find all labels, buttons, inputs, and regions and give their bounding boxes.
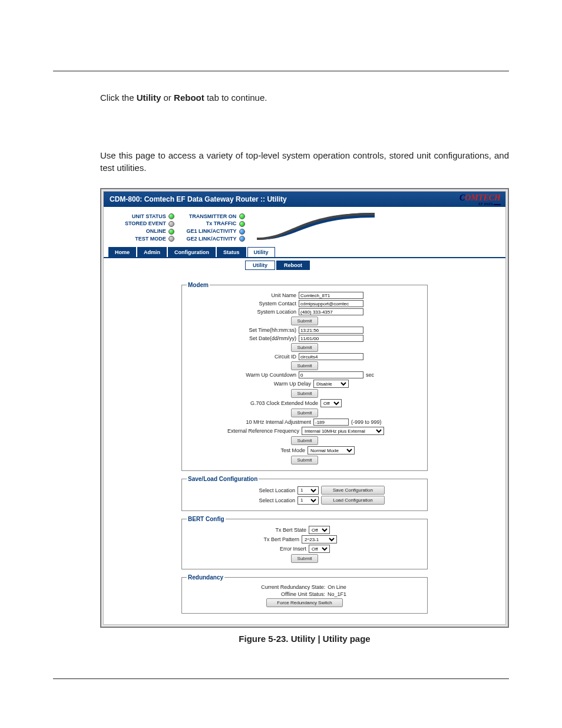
ge1-label: GE1 LINK/ACTIVITY	[186, 228, 236, 234]
set-time-input[interactable]	[299, 327, 363, 334]
tab-home[interactable]: Home	[108, 247, 136, 257]
bert-pattern-label: Tx Bert Pattern	[217, 536, 299, 542]
text: or	[161, 93, 174, 103]
header-rule	[53, 71, 509, 71]
led-icon	[168, 229, 174, 235]
warmup-delay-select[interactable]: Disable	[313, 380, 349, 388]
submit-button[interactable]: Submit	[291, 554, 319, 563]
submit-button[interactable]: Submit	[291, 409, 319, 417]
saveload-fieldset: Save/Load Configuration Select Location …	[181, 476, 428, 511]
text: Click the	[100, 93, 137, 103]
tab-status[interactable]: Status	[217, 247, 246, 257]
test-mode-select[interactable]: Normal Mode	[308, 446, 355, 454]
saveload-legend: Save/Load Configuration	[187, 476, 259, 482]
circuit-id-label: Circuit ID	[190, 354, 296, 360]
redundancy-legend: Redundancy	[187, 574, 224, 581]
bert-legend: BERT Config	[187, 516, 226, 522]
bold-utility: Utility	[137, 93, 161, 103]
ext-ref-select[interactable]: Internal 10MHz plus External	[302, 427, 384, 435]
modem-legend: Modem	[187, 282, 210, 288]
status-right-col: TRANSMITTER ON Tx TRAFFIC GE1 LINK/ACTIV…	[186, 213, 244, 243]
g703-label: G.703 Clock Extended Mode	[212, 400, 318, 406]
bert-fieldset: BERT Config Tx Bert State Off Tx Bert Pa…	[181, 516, 428, 569]
online-label: ONLINE	[146, 228, 166, 234]
app-title: CDM-800: Comtech EF Data Gateway Router …	[110, 195, 287, 203]
save-configuration-button[interactable]: Save Configuration	[321, 486, 385, 495]
set-date-input[interactable]	[299, 335, 363, 342]
offline-status-label: Offline Unit Status:	[207, 591, 325, 597]
text: tab to continue.	[204, 93, 267, 103]
offline-status-value: No_1F1	[328, 591, 346, 597]
testmode-label: TEST MODE	[135, 236, 166, 242]
content-area: Modem Unit Name System Contact System Lo…	[104, 276, 505, 624]
load-location-select[interactable]: 1	[297, 496, 319, 505]
intro-paragraph: Click the Utility or Reboot tab to conti…	[100, 92, 509, 104]
led-icon	[168, 236, 174, 242]
system-contact-label: System Contact	[190, 301, 296, 307]
adj-label: 10 MHz Internal Adjustment	[205, 419, 311, 425]
warmup-unit: sec	[366, 372, 419, 378]
redundancy-state-value: On Line	[328, 584, 346, 590]
adj-input[interactable]	[313, 419, 349, 426]
logo-sub: EF DATA ▬▬	[459, 203, 501, 205]
submit-button[interactable]: Submit	[291, 436, 319, 445]
led-icon	[168, 213, 174, 219]
g703-select[interactable]: Off	[320, 399, 342, 407]
circuit-id-input[interactable]	[299, 353, 363, 360]
body-text: Click the Utility or Reboot tab to conti…	[100, 92, 509, 174]
bert-state-select[interactable]: Off	[309, 526, 330, 534]
warmup-delay-label: Warm Up Delay	[205, 381, 311, 387]
select-location-label: Select Location	[224, 487, 295, 493]
swoosh-icon	[257, 213, 375, 240]
warmup-countdown-input[interactable]	[299, 371, 363, 378]
led-icon	[239, 213, 245, 219]
led-icon	[239, 229, 245, 235]
footer-rule	[53, 678, 509, 679]
main-tabs: Home Admin Configuration Status Utility	[104, 247, 505, 258]
submit-button[interactable]: Submit	[291, 456, 319, 465]
modem-fieldset: Modem Unit Name System Contact System Lo…	[181, 282, 428, 471]
tab-utility[interactable]: Utility	[247, 247, 275, 257]
tab-admin[interactable]: Admin	[137, 247, 167, 257]
load-configuration-button[interactable]: Load Configuration	[321, 496, 385, 505]
redundancy-fieldset: Redundancy Current Redundancy State: On …	[181, 574, 428, 614]
submit-button[interactable]: Submit	[291, 361, 319, 370]
system-location-label: System Location	[190, 309, 296, 315]
bert-pattern-select[interactable]: 2^23-1	[302, 535, 337, 543]
title-bar: CDM-800: Comtech EF Data Gateway Router …	[104, 192, 505, 207]
save-location-select[interactable]: 1	[297, 486, 319, 495]
error-insert-label: Error Insert	[224, 546, 306, 552]
redundancy-state-label: Current Redundancy State:	[207, 584, 325, 590]
error-insert-select[interactable]: Off	[309, 545, 330, 553]
submit-button[interactable]: Submit	[291, 343, 319, 352]
set-time-label: Set Time(hh:mm:ss)	[190, 327, 296, 333]
comtech-logo: CCOMTECHOMTECH EF DATA ▬▬	[459, 193, 501, 205]
led-icon	[168, 221, 174, 227]
ext-ref-label: External Reference Frequency	[193, 428, 299, 434]
unit-name-input[interactable]	[299, 292, 363, 299]
force-redundancy-button[interactable]: Force Redundancy Switch	[266, 598, 343, 607]
subtab-reboot[interactable]: Reboot	[276, 261, 310, 270]
app-window: CDM-800: Comtech EF Data Gateway Router …	[103, 191, 506, 625]
transmitter-on-label: TRANSMITTER ON	[189, 213, 237, 219]
ge2-label: GE2 LINK/ACTIVITY	[186, 236, 236, 242]
submit-button[interactable]: Submit	[291, 389, 319, 398]
unit-status-label: UNIT STATUS	[132, 213, 166, 219]
tx-traffic-label: Tx TRAFFIC	[206, 220, 237, 226]
submit-button[interactable]: Submit	[291, 317, 319, 325]
adj-range: (-999 to 999)	[351, 419, 404, 425]
description-paragraph: Use this page to access a variety of top…	[100, 150, 509, 174]
unit-name-label: Unit Name	[190, 292, 296, 298]
stored-event-label: STORED EVENT	[125, 220, 166, 226]
system-contact-input[interactable]	[299, 300, 363, 307]
led-icon	[239, 236, 245, 242]
system-location-input[interactable]	[299, 308, 363, 315]
subtab-utility[interactable]: Utility	[245, 261, 275, 270]
bert-state-label: Tx Bert State	[224, 527, 306, 533]
tab-configuration[interactable]: Configuration	[168, 247, 216, 257]
decorative-swoosh	[257, 213, 501, 240]
led-icon	[239, 221, 245, 227]
test-mode-label: Test Mode	[199, 447, 305, 453]
status-area: UNIT STATUS STORED EVENT ONLINE TEST MOD…	[104, 207, 505, 248]
status-left-col: UNIT STATUS STORED EVENT ONLINE TEST MOD…	[125, 213, 174, 243]
